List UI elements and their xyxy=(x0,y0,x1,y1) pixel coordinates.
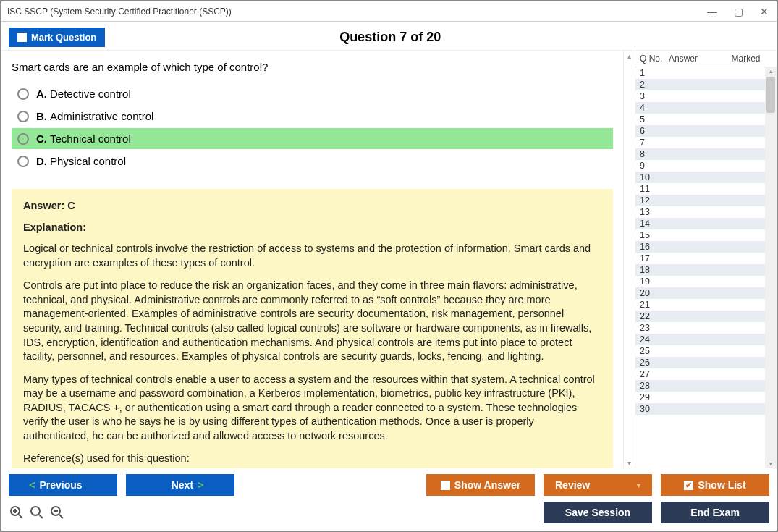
show-answer-button[interactable]: Show Answer xyxy=(426,474,535,496)
content-pane: Smart cards are an example of which type… xyxy=(1,51,635,468)
question-row-12[interactable]: 12 xyxy=(635,195,765,206)
svg-line-1 xyxy=(19,515,22,518)
row-number: 25 xyxy=(640,346,669,356)
scroll-up-icon[interactable]: ▴ xyxy=(765,67,777,75)
question-row-24[interactable]: 24 xyxy=(635,334,765,345)
row-number: 22 xyxy=(640,311,669,321)
answer-box: Answer: C Explanation: Logical or techni… xyxy=(12,189,613,468)
question-row-15[interactable]: 15 xyxy=(635,229,765,241)
zoom-reset-icon[interactable] xyxy=(29,504,45,520)
minimize-icon[interactable]: — xyxy=(706,6,719,17)
question-row-11[interactable]: 11 xyxy=(635,183,765,195)
explanation-paragraph: Controls are put into place to reduce th… xyxy=(23,279,601,363)
header-qno: Q No. xyxy=(640,54,669,64)
row-number: 17 xyxy=(640,253,669,263)
explanation-paragraph: Many types of technical controls enable … xyxy=(23,373,601,444)
question-row-13[interactable]: 13 xyxy=(635,206,765,218)
explanation-paragraph: Logical or technical controls involve th… xyxy=(23,242,601,270)
question-row-25[interactable]: 25 xyxy=(635,345,765,357)
scroll-up-icon[interactable]: ▴ xyxy=(627,52,631,60)
radio-icon xyxy=(17,88,29,100)
chevron-left-icon: < xyxy=(29,479,35,491)
question-row-17[interactable]: 17 xyxy=(635,253,765,264)
review-dropdown[interactable]: Review ▾ xyxy=(544,474,652,496)
question-scroll-area[interactable]: Smart cards are an example of which type… xyxy=(1,51,623,468)
question-row-10[interactable]: 10 xyxy=(635,172,765,183)
chevron-right-icon: > xyxy=(198,479,203,491)
save-session-button[interactable]: Save Session xyxy=(544,502,652,523)
question-row-9[interactable]: 9 xyxy=(635,160,765,172)
option-d[interactable]: D. Physical control xyxy=(12,151,613,172)
row-number: 27 xyxy=(640,369,669,379)
row-number: 1 xyxy=(640,68,669,78)
row-number: 15 xyxy=(640,230,669,240)
app-window: ISC SSCP (System Security Certified Prac… xyxy=(0,0,778,532)
question-row-3[interactable]: 3 xyxy=(635,90,765,102)
option-text: Technical control xyxy=(50,132,131,145)
option-letter: C. xyxy=(36,132,47,145)
option-c[interactable]: C. Technical control xyxy=(12,128,613,149)
maximize-icon[interactable]: ▢ xyxy=(732,6,745,17)
question-number-list[interactable]: 1234567891011121314151617181920212223242… xyxy=(635,67,765,468)
question-row-6[interactable]: 6 xyxy=(635,125,765,137)
explanation-label: Explanation: xyxy=(23,221,601,235)
option-letter: B. xyxy=(36,110,47,122)
question-row-23[interactable]: 23 xyxy=(635,322,765,334)
question-row-8[interactable]: 8 xyxy=(635,148,765,160)
question-row-14[interactable]: 14 xyxy=(635,218,765,229)
question-row-30[interactable]: 30 xyxy=(635,403,765,415)
question-row-29[interactable]: 29 xyxy=(635,392,765,403)
question-row-1[interactable]: 1 xyxy=(635,67,765,79)
scroll-down-icon[interactable]: ▾ xyxy=(627,459,631,467)
review-label: Review xyxy=(555,479,590,491)
options-list: A. Detective controlB. Administrative co… xyxy=(12,83,613,172)
main-area: Smart cards are an example of which type… xyxy=(1,50,777,468)
question-row-26[interactable]: 26 xyxy=(635,357,765,368)
option-text: Physical control xyxy=(50,155,126,167)
scroll-down-icon[interactable]: ▾ xyxy=(765,460,777,468)
previous-button[interactable]: < Previous xyxy=(9,474,117,496)
list-scrollbar[interactable]: ▴ ▾ xyxy=(765,67,777,468)
mark-question-label: Mark Question xyxy=(31,32,96,43)
content-scrollbar[interactable]: ▴ ▾ xyxy=(623,51,635,468)
option-a[interactable]: A. Detective control xyxy=(12,83,613,104)
row-number: 26 xyxy=(640,358,669,368)
row-number: 12 xyxy=(640,195,669,206)
option-text: Detective control xyxy=(50,88,131,100)
next-button[interactable]: Next > xyxy=(126,474,234,496)
radio-icon xyxy=(17,156,29,167)
svg-line-5 xyxy=(39,515,43,518)
question-row-7[interactable]: 7 xyxy=(635,137,765,148)
question-row-19[interactable]: 19 xyxy=(635,276,765,287)
show-answer-label: Show Answer xyxy=(454,479,520,491)
question-row-4[interactable]: 4 xyxy=(635,102,765,114)
question-row-22[interactable]: 22 xyxy=(635,311,765,322)
question-row-5[interactable]: 5 xyxy=(635,114,765,125)
row-number: 30 xyxy=(640,404,669,414)
question-row-27[interactable]: 27 xyxy=(635,368,765,380)
scrollbar-thumb[interactable] xyxy=(766,77,775,113)
row-number: 24 xyxy=(640,334,669,345)
question-row-21[interactable]: 21 xyxy=(635,299,765,311)
zoom-out-icon[interactable] xyxy=(49,504,65,520)
end-exam-button[interactable]: End Exam xyxy=(661,502,769,523)
radio-icon xyxy=(17,111,29,122)
question-list-panel: Q No. Answer Marked 12345678910111213141… xyxy=(635,51,777,468)
question-text: Smart cards are an example of which type… xyxy=(12,61,613,73)
option-b[interactable]: B. Administrative control xyxy=(12,106,613,127)
row-number: 8 xyxy=(640,149,669,159)
question-row-18[interactable]: 18 xyxy=(635,264,765,276)
question-row-20[interactable]: 20 xyxy=(635,287,765,299)
row-number: 10 xyxy=(640,172,669,182)
zoom-in-icon[interactable] xyxy=(9,504,25,520)
close-icon[interactable]: ✕ xyxy=(758,6,771,17)
question-row-28[interactable]: 28 xyxy=(635,380,765,392)
option-letter: A. xyxy=(36,88,47,100)
row-number: 14 xyxy=(640,219,669,229)
show-list-button[interactable]: Show List xyxy=(661,474,769,496)
explanation-paragraph: Reference(s) used for this question: xyxy=(23,452,601,466)
question-row-16[interactable]: 16 xyxy=(635,241,765,253)
question-row-2[interactable]: 2 xyxy=(635,79,765,90)
end-exam-label: End Exam xyxy=(690,507,740,518)
mark-question-button[interactable]: Mark Question xyxy=(9,28,105,47)
